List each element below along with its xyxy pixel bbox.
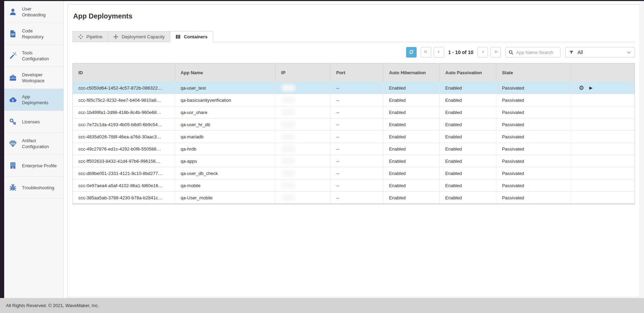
next-page-button[interactable] bbox=[478, 47, 488, 58]
table-row[interactable]: ccc-385aa5ab-3788-4230-b78a-b2841c…qa-Us… bbox=[73, 191, 635, 204]
cell-port: -- bbox=[331, 94, 383, 106]
cell-actions bbox=[571, 94, 635, 106]
cell-id: ccc-c5050d64-1452-4c57-872b-086322… bbox=[73, 82, 175, 94]
cell-app-name: qa-usr_share bbox=[175, 106, 276, 118]
cell-auto-hibernation: Enabled bbox=[383, 180, 440, 191]
table-header-row: IDApp NameIPPortAuto HibernationAuto Pas… bbox=[73, 63, 635, 82]
column-header-app-name: App Name bbox=[175, 63, 276, 82]
sidebar-item-label: Artifact Configuration bbox=[22, 138, 49, 150]
cell-actions bbox=[571, 119, 635, 130]
cell-state: Passivated bbox=[496, 131, 571, 143]
sidebar-accent-strip bbox=[0, 0, 4, 298]
table-row[interactable]: ccc-f85c75c2-9232-4ee7-b404-9810a8…qa-ba… bbox=[73, 94, 635, 106]
sidebar-item-code-repository[interactable]: Code Repository bbox=[4, 23, 63, 45]
filter-selected-value: All bbox=[577, 49, 583, 55]
refresh-button[interactable] bbox=[406, 47, 417, 58]
sidebar-item-licenses[interactable]: Licenses bbox=[4, 111, 63, 133]
table-row[interactable]: ccc-7e72c1da-4193-4b05-b8d0-6b9c54…qa-us… bbox=[73, 118, 635, 130]
tab-deployment-capacity[interactable]: Deployment Capacity bbox=[108, 31, 170, 42]
tab-pipeline[interactable]: Pipeline bbox=[72, 31, 108, 42]
tab-containers[interactable]: Containers bbox=[170, 31, 213, 42]
first-page-button[interactable] bbox=[421, 47, 431, 58]
table-row[interactable]: ccc-db9be051-2331-4121-8c10-8bd277…qa-us… bbox=[73, 167, 635, 179]
column-header-state: State bbox=[496, 63, 571, 82]
cell-ip bbox=[276, 155, 331, 167]
table-row[interactable]: ccc-49c27876-ed1c-4292-b0f8-550588…qa-hr… bbox=[73, 143, 635, 155]
ip-redacted-blur bbox=[281, 97, 296, 104]
artifact-configuration-icon bbox=[8, 139, 17, 148]
scrollbar[interactable] bbox=[641, 1, 644, 298]
table-toolbar: 1 - 10 of 10 bbox=[72, 47, 635, 58]
cell-port: -- bbox=[331, 106, 383, 118]
cell-state: Passivated bbox=[496, 119, 571, 130]
cell-id: ccc-4835d026-788f-46ea-a76d-30aac3… bbox=[73, 131, 175, 143]
cell-auto-passivation: Enabled bbox=[440, 94, 496, 106]
developer-workspace-icon bbox=[8, 73, 17, 82]
sidebar-item-artifact-configuration[interactable]: Artifact Configuration bbox=[4, 133, 63, 155]
cell-ip bbox=[276, 180, 331, 191]
sidebar-item-label: Enterprise Profile bbox=[22, 163, 57, 169]
table-row[interactable]: ccc-0e97aea4-a5af-4102-86a1-fd60e16…qa-m… bbox=[73, 179, 635, 191]
sidebar-item-label: App Deployments bbox=[22, 94, 48, 106]
sidebar-item-label: Code Repository bbox=[22, 28, 44, 40]
state-filter-dropdown[interactable]: All bbox=[565, 47, 635, 58]
last-page-button[interactable] bbox=[490, 47, 501, 58]
tools-configuration-icon bbox=[8, 51, 17, 60]
search-input[interactable] bbox=[515, 49, 557, 55]
table-row[interactable]: ccc-4835d026-788f-46ea-a76d-30aac3…qa-ma… bbox=[73, 130, 635, 143]
cell-app-name: qa-mobile bbox=[175, 180, 276, 191]
copyright-text: All Rights Reserved. © 2021, WaveMaker, … bbox=[6, 303, 99, 308]
cell-ip bbox=[276, 82, 331, 94]
ip-redacted-blur bbox=[281, 145, 296, 152]
enterprise-profile-icon bbox=[8, 161, 17, 170]
sidebar-item-enterprise-profile[interactable]: Enterprise Profile bbox=[4, 155, 63, 177]
table-row[interactable]: ccc-c5050d64-1452-4c57-872b-086322…qa-us… bbox=[73, 82, 635, 94]
sidebar-item-developer-workspace[interactable]: Developer Workspace bbox=[4, 67, 63, 89]
cell-state: Passivated bbox=[496, 180, 571, 191]
cell-state: Passivated bbox=[496, 167, 571, 179]
sidebar-item-user-onboarding[interactable]: User Onboarding bbox=[4, 1, 63, 23]
cell-id: ccc-f85c75c2-9232-4ee7-b404-9810a8… bbox=[73, 94, 175, 106]
run-play-icon[interactable]: ▶ bbox=[589, 86, 592, 90]
cell-state: Passivated bbox=[496, 82, 571, 94]
cell-auto-passivation: Enabled bbox=[440, 119, 496, 130]
content-panel: App Deployments PipelineDeployment Capac… bbox=[67, 4, 640, 297]
first-page-icon bbox=[424, 49, 428, 55]
settings-gear-icon[interactable]: ⚙ bbox=[579, 85, 584, 91]
sidebar-item-troubleshooting[interactable]: Troubleshooting bbox=[4, 177, 63, 199]
cell-port: -- bbox=[331, 143, 383, 155]
sidebar-item-label: User Onboarding bbox=[22, 6, 46, 18]
tab-label: Deployment Capacity bbox=[122, 34, 165, 39]
tab-label: Pipeline bbox=[86, 34, 102, 39]
cell-app-name: qa-user_test bbox=[175, 82, 276, 94]
column-header-auto-passivation: Auto Passivation bbox=[440, 63, 496, 82]
refresh-icon bbox=[409, 49, 414, 56]
cell-port: -- bbox=[331, 180, 383, 191]
sidebar: User OnboardingCode RepositoryTools Conf… bbox=[4, 1, 64, 298]
cell-state: Passivated bbox=[496, 155, 571, 167]
deployment-capacity-icon bbox=[113, 34, 118, 39]
sidebar-item-app-deployments[interactable]: App Deployments bbox=[4, 89, 63, 111]
cell-state: Passivated bbox=[496, 143, 571, 155]
cell-port: -- bbox=[331, 119, 383, 130]
cell-ip bbox=[276, 143, 331, 155]
app-name-search bbox=[505, 47, 560, 58]
sidebar-item-tools-configuration[interactable]: Tools Configuration bbox=[4, 45, 63, 67]
column-header-auto-hibernation: Auto Hibernation bbox=[383, 63, 440, 82]
cell-state: Passivated bbox=[496, 106, 571, 118]
ip-redacted-blur bbox=[281, 170, 296, 177]
licenses-icon bbox=[8, 117, 17, 126]
table-row[interactable]: ccc-ff502633-8432-41d4-97b6-996156…qa-ap… bbox=[73, 155, 635, 167]
prev-page-button[interactable] bbox=[434, 47, 444, 58]
table-row[interactable]: ccc-1b499fa1-2d98-416b-8c4b-960e68…qa-us… bbox=[73, 106, 635, 118]
footer: All Rights Reserved. © 2021, WaveMaker, … bbox=[0, 298, 644, 313]
cell-ip bbox=[276, 94, 331, 106]
cell-app-name: qa-apps bbox=[175, 155, 276, 167]
cell-auto-passivation: Enabled bbox=[440, 155, 496, 167]
cell-auto-passivation: Enabled bbox=[440, 180, 496, 191]
cell-auto-hibernation: Enabled bbox=[383, 192, 440, 204]
cell-auto-hibernation: Enabled bbox=[383, 94, 440, 106]
ip-redacted-blur bbox=[281, 133, 296, 140]
ip-redacted-blur bbox=[281, 158, 296, 165]
cell-auto-passivation: Enabled bbox=[440, 143, 496, 155]
